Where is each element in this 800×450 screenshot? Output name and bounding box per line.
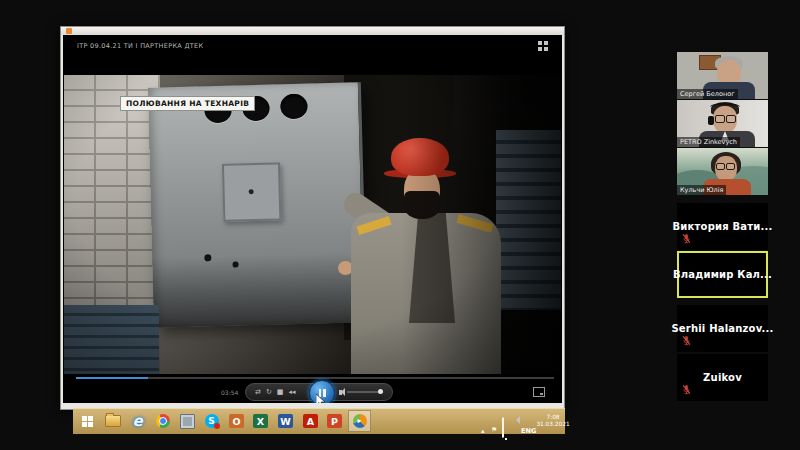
chrome-icon-center (159, 417, 167, 425)
start-button[interactable] (76, 410, 99, 432)
participant-video-tile[interactable]: PETRO Zinkevych (677, 100, 768, 147)
zoom-screenshare-view: ІТР 09.04.21 ТИ І ПАРТНЕРКА ДТЕК (0, 0, 800, 450)
participant-name-label: Кульчи Юлія (677, 185, 726, 195)
participant-name: Zuikov (703, 372, 742, 383)
stop-button[interactable]: ■ (277, 389, 284, 396)
clock-time: 7:08 (534, 414, 572, 421)
headset-band-icon (710, 103, 740, 111)
red-hard-hat (391, 138, 449, 176)
network-icon (502, 417, 504, 438)
glasses-lens (716, 163, 725, 170)
muted-mic-icon (682, 384, 691, 397)
tray-show-hidden[interactable]: ▴ (481, 418, 485, 443)
skype-button[interactable]: S (200, 410, 223, 432)
chrome-icon (156, 414, 170, 428)
face-mask (404, 191, 440, 219)
generic-app-icon (180, 414, 195, 429)
windows-logo-icon (82, 416, 93, 427)
lower-cabinet (64, 305, 159, 374)
repeat-button[interactable]: ↻ (266, 389, 272, 396)
media-player-window: ІТР 09.04.21 ТИ І ПАРТНЕРКА ДТЕК (60, 26, 565, 410)
powerpoint-button[interactable]: P (323, 410, 346, 432)
glasses-lens (726, 163, 735, 170)
panel-plate (222, 162, 281, 221)
acrobat-button[interactable]: A (299, 410, 322, 432)
media-player-button[interactable]: ▸ (348, 410, 371, 432)
participant-name-label: PETRO Zinkevych (677, 137, 740, 147)
outlook-icon: O (229, 414, 244, 428)
caret-up-icon: ▴ (481, 427, 485, 435)
volume-slider[interactable] (347, 391, 383, 393)
participant-name-tile[interactable]: Zuikov (677, 354, 768, 401)
volume-icon[interactable] (339, 390, 343, 395)
volume-knob[interactable] (378, 389, 383, 394)
chrome-button[interactable] (151, 410, 174, 432)
excel-icon: X (253, 414, 268, 428)
word-button[interactable]: W (274, 410, 297, 432)
participant-name-tile[interactable]: Виктория Вати... (677, 203, 768, 250)
worker-torso: ДТЕК (351, 213, 501, 374)
media-player-icon: ▸ (353, 414, 367, 428)
clock-date: 31.03.2021 (534, 421, 572, 428)
jacket-stripe (356, 216, 391, 235)
tray-clock[interactable]: 7:08 31.03.2021 (534, 414, 572, 439)
internet-explorer-button[interactable]: e (126, 410, 149, 432)
switch-to-library-icon[interactable] (538, 41, 548, 51)
glasses-lens (726, 115, 736, 123)
mouse-cursor (316, 393, 326, 403)
participant-name-tile[interactable]: Serhii Halanzov... (677, 305, 768, 352)
muted-mic-icon (682, 233, 691, 246)
equipment-rack (496, 130, 561, 310)
acrobat-icon: A (303, 414, 318, 428)
flag-icon: ⚑ (491, 426, 497, 434)
participant-name-tile-active[interactable]: Владимир Кал... (677, 251, 768, 298)
window-titlebar[interactable] (61, 27, 564, 35)
jacket-stripe (456, 214, 493, 233)
participant-name: Владимир Кал... (673, 269, 772, 280)
seek-bar-fill (76, 377, 148, 379)
plate-knob (249, 189, 254, 194)
outlook-button[interactable]: O (225, 410, 248, 432)
file-explorer-button[interactable] (101, 410, 124, 432)
video-title: ІТР 09.04.21 ТИ І ПАРТНЕРКА ДТЕК (77, 42, 203, 50)
muted-mic-icon (682, 335, 691, 348)
participant-name-label: Сергей Белоног (677, 89, 738, 99)
video-caption: ПОЛЮВАННЯ НА ТЕХНАРІВ (120, 96, 255, 111)
fullscreen-button[interactable] (533, 387, 545, 397)
participant-name: Виктория Вати... (673, 221, 773, 232)
play-glyph: ▸ (357, 417, 361, 425)
seek-bar[interactable] (76, 377, 554, 379)
skype-notification-dot (214, 423, 220, 429)
worker-figure: ДТЕК (336, 135, 501, 374)
internet-explorer-icon: e (132, 412, 142, 430)
participant-name: Serhii Halanzov... (671, 323, 773, 334)
elapsed-time: 03:54 (221, 389, 238, 396)
jacket-vest (409, 213, 455, 323)
panel-hole (204, 254, 211, 261)
network-status[interactable] (502, 418, 504, 443)
word-icon: W (278, 414, 293, 428)
rewind-button[interactable]: ◂◂ (288, 389, 295, 396)
panel-hole (232, 262, 238, 268)
player-content: ІТР 09.04.21 ТИ І ПАРТНЕРКА ДТЕК (63, 35, 562, 403)
headset-earcup-icon (708, 116, 714, 125)
glasses-lens (715, 115, 725, 123)
fan-hole (280, 94, 308, 120)
electrical-panel-door (148, 82, 367, 327)
video-frame[interactable]: ДТЕК ПОЛЮВАННЯ НА ТЕХНАРІВ (64, 75, 561, 374)
windows-taskbar: e S O X W A P ▸ ▴ ⚑ ENG 7:08 31.03.2021 (73, 408, 565, 434)
app-icon (66, 28, 72, 34)
powerpoint-icon: P (327, 414, 342, 428)
generic-app-button[interactable] (176, 410, 199, 432)
shuffle-button[interactable]: ⇄ (255, 389, 261, 396)
folder-icon (105, 415, 121, 427)
excel-button[interactable]: X (249, 410, 272, 432)
participant-video-tile[interactable]: Сергей Белоног (677, 52, 768, 99)
action-center-flag[interactable]: ⚑ (491, 417, 497, 442)
participant-video-tile[interactable]: Кульчи Юлія (677, 148, 768, 195)
